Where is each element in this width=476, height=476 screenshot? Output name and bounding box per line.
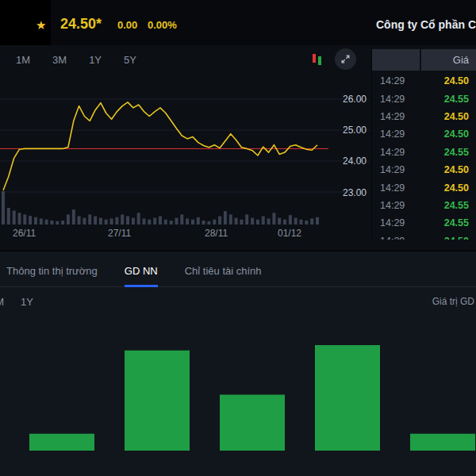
trade-time: 14:29 [372,129,420,140]
y-axis-label: 26.00 [325,94,367,105]
price-change: 0.00 [117,19,137,31]
trade-time: 14:29 [372,217,420,228]
trade-table-header: Giá [372,49,476,71]
tab-financial-indicators[interactable]: Chỉ tiêu tài chính [185,257,262,286]
trade-price: 24.50 [420,129,476,140]
candlestick-chart-icon[interactable] [313,54,325,67]
table-row: 14:2924.50 [372,108,476,125]
trade-price: 24.55 [420,217,476,228]
trade-price: 24.50 [420,164,476,175]
price-chart[interactable] [0,74,370,226]
trade-price: 24.50 [420,75,476,86]
company-name: Công ty Cổ phần Chú [376,18,476,31]
table-row: 14:2924.50 [372,161,476,178]
x-axis-label: 27/11 [108,228,131,239]
y-axis-label: 25.00 [325,125,367,136]
trade-time: 14:29 [372,200,420,211]
expand-chart-button[interactable] [335,48,356,70]
section-tabs: Thông tin thị trường GD NN Chỉ tiêu tài … [0,257,476,287]
trade-time: 14:29 [372,94,420,105]
table-row: 14:2924.55 [372,90,476,107]
period-tab-1y[interactable]: 1Y [89,54,102,66]
trade-time: 14:29 [372,111,420,122]
trade-price: 24.55 [420,147,476,158]
trade-time: 14:29 [372,147,420,158]
top-bar: ★ 24.50* 0.00 0.00% Công ty Cổ phần Chú [0,0,476,45]
trade-time: 14:29 [372,236,420,240]
trade-table-body: 14:2924.5014:2924.5514:2924.5014:2924.50… [372,72,476,240]
price-column-header: Giá [421,49,476,71]
green-candle-glyph [318,56,321,65]
period-tab-5y[interactable]: 5Y [124,54,136,66]
price-change-percent: 0.00% [148,19,177,31]
trade-history-table: Giá 14:2924.5014:2924.5514:2924.5014:292… [371,49,476,240]
trade-time: 14:29 [372,75,420,86]
table-row: 14:2924.50 [372,125,476,143]
trade-price: 24.50 [420,236,476,240]
expand-arrows-icon [340,54,351,64]
gdnn-bar-chart[interactable] [0,309,476,476]
gdnn-period-1y[interactable]: 1Y [21,296,33,308]
red-candle-glyph [313,54,316,63]
watchlist-star-icon[interactable]: ★ [36,19,46,31]
lower-panel: Thông tin thị trường GD NN Chỉ tiêu tài … [0,250,476,476]
y-axis-label: 24.00 [325,155,367,167]
trade-price: 24.55 [420,94,476,105]
trade-time: 14:29 [372,164,420,175]
x-axis-label: 28/11 [205,228,228,239]
table-row: 14:2924.50 [372,72,476,90]
trade-price: 24.55 [420,200,476,211]
trade-price: 24.50 [420,182,476,194]
period-tab-3m[interactable]: 3M [52,54,67,66]
gdnn-value-label: Giá trị GD [432,296,474,307]
period-tab-1m[interactable]: 1M [16,54,30,66]
trading-app: ★ 24.50* 0.00 0.00% Công ty Cổ phần Chú … [0,0,476,476]
time-column-header [372,49,421,71]
last-price: 24.50* [60,16,102,33]
gdnn-period-1m[interactable]: 1M [0,296,4,308]
trade-time: 14:29 [372,182,420,194]
table-row: 14:2924.55 [372,197,476,214]
x-axis-label: 26/11 [13,228,36,239]
table-row: 14:2924.55 [372,214,476,232]
y-axis-label: 23.00 [325,187,367,198]
x-axis-label: 01/12 [278,228,301,239]
table-row: 14:2924.55 [372,144,476,161]
tab-foreign-trading[interactable]: GD NN [125,257,158,286]
trade-price: 24.50 [420,111,476,122]
table-row: 14:2924.50 [372,232,476,240]
table-row: 14:2924.50 [372,178,476,196]
tab-market-info[interactable]: Thông tin thị trường [6,257,98,286]
